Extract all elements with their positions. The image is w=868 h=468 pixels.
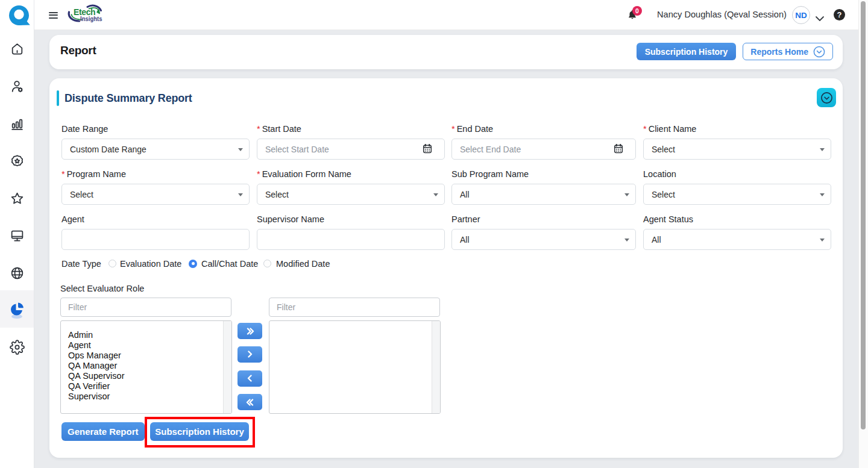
svg-text:Insights: Insights [80, 16, 102, 22]
